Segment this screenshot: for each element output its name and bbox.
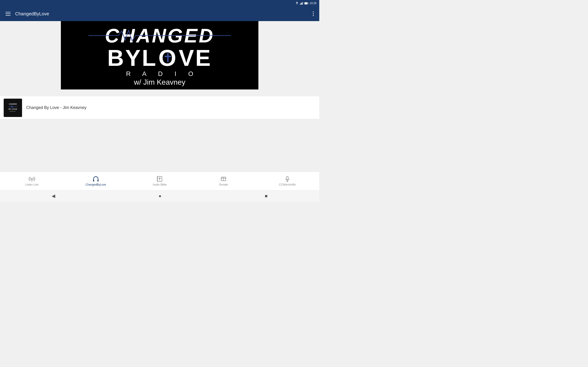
hero-ve-text: VE [179, 45, 212, 71]
system-nav-bar: ◀ ● ■ [0, 190, 319, 202]
hamburger-line1 [6, 12, 10, 12]
svg-rect-5 [304, 2, 307, 4]
svg-rect-2 [302, 2, 303, 5]
hero-subtitle-text: w/ Jim Keavney [134, 78, 185, 86]
nav-item-audio-bible[interactable]: Audio Bible [128, 174, 191, 188]
nav-label-audio-bible: Audio Bible [153, 183, 167, 186]
nav-item-donate[interactable]: Donate [191, 174, 255, 188]
status-bar: 10:26 [0, 0, 319, 6]
nav-label-donate: Donate [219, 183, 228, 186]
logo-text-bylove: BY LOVE [9, 108, 17, 110]
book-cross-icon [156, 176, 163, 182]
svg-rect-11 [93, 180, 94, 181]
svg-rect-3 [303, 2, 303, 5]
back-button[interactable]: ◀ [46, 191, 61, 200]
svg-rect-12 [97, 180, 99, 181]
station-logo: CHANGED BY LOVE RADIO [4, 99, 22, 117]
headphones-icon [93, 176, 99, 182]
hero-radio-text: R A D I O [126, 70, 199, 77]
wifi-icon [295, 2, 299, 5]
dot1 [313, 11, 314, 12]
hamburger-line3 [6, 15, 10, 16]
hero-inner: CHANGED BYL O VE R [105, 21, 215, 90]
hamburger-line2 [6, 14, 10, 14]
svg-rect-8 [165, 56, 171, 57]
home-button[interactable]: ● [153, 192, 167, 200]
microphone-icon [284, 176, 291, 182]
signal-icon [300, 2, 303, 5]
nav-item-listen-live[interactable]: Listen Live [0, 174, 64, 188]
dot2 [313, 13, 314, 14]
status-time: 10:26 [310, 2, 317, 5]
status-icons: 10:26 [295, 2, 317, 5]
hero-content: CHANGED BYL O VE R [61, 21, 258, 90]
svg-rect-6 [308, 3, 308, 4]
station-row[interactable]: CHANGED BY LOVE RADIO Changed By Love - … [0, 96, 319, 119]
nav-label-ccmorrishills: CCMorrisHills [279, 183, 296, 186]
svg-rect-0 [300, 4, 301, 5]
svg-rect-1 [301, 3, 302, 5]
hero-banner: CHANGED BYL O VE R [61, 21, 258, 90]
nav-label-changedbylove: ChangedByLove [86, 183, 106, 186]
antenna-icon [29, 176, 35, 182]
app-bar: ChangedByLove [0, 6, 319, 21]
hero-bylove-text: BYL [107, 45, 157, 71]
logo-text-radio: RADIO [10, 110, 16, 112]
dot3 [313, 15, 314, 16]
svg-rect-7 [167, 53, 169, 62]
heartbeat-svg [88, 30, 231, 41]
cross-in-o-icon [164, 52, 172, 63]
overflow-button[interactable] [311, 10, 316, 18]
app-title: ChangedByLove [15, 11, 311, 17]
nav-item-ccmorrishills[interactable]: CCMorrisHills [255, 174, 319, 188]
logo-text-changed: CHANGED [9, 103, 17, 105]
donate-icon [220, 176, 227, 182]
nav-item-changedbylove[interactable]: ChangedByLove [64, 174, 128, 188]
recent-button[interactable]: ■ [259, 192, 273, 200]
logo-heartbeat-icon [8, 105, 17, 108]
hero-bylove-container: BYL O VE [107, 47, 212, 69]
menu-button[interactable] [4, 10, 12, 17]
station-name: Changed By Love - Jim Keavney [26, 105, 86, 110]
nav-label-listen-live: Listen Live [25, 183, 38, 186]
svg-rect-20 [286, 176, 288, 180]
battery-icon [304, 2, 309, 5]
bottom-nav: Listen Live ChangedByLove Audio Bible Do… [0, 172, 319, 190]
hero-o-letter: O [158, 47, 178, 69]
